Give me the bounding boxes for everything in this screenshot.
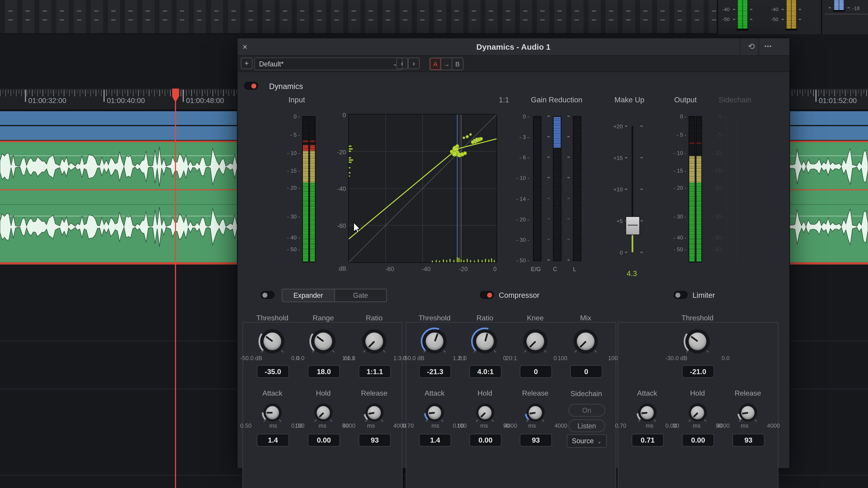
limiter-attack-knob[interactable] — [638, 403, 656, 422]
compressor-mix-knob[interactable] — [574, 329, 598, 354]
compressor-release-knob[interactable] — [526, 403, 545, 422]
graph-x-tick-label: 0 — [493, 266, 497, 272]
compressor-release-value[interactable]: 93 — [520, 434, 552, 447]
sidechain-on-button[interactable]: On — [568, 404, 605, 417]
plugin-titlebar[interactable]: × Dynamics - Audio 1 ⟲ ••• — [238, 38, 789, 56]
expander-range-value[interactable]: 18.0 — [308, 365, 340, 378]
prev-preset-button[interactable]: ‹ — [396, 58, 408, 69]
fader-tick — [625, 189, 627, 190]
compressor-ratio-knob[interactable] — [473, 329, 497, 354]
fader-tick — [640, 157, 643, 158]
meter-tick — [548, 116, 550, 117]
expander-hold-knob[interactable] — [314, 403, 333, 422]
ab-a-button[interactable]: A — [430, 58, 441, 70]
expander-attack-knob[interactable] — [263, 403, 281, 422]
output-meter-title: Output — [674, 96, 697, 104]
compressor-hold-knob[interactable] — [476, 403, 494, 422]
meter-tick — [567, 136, 569, 137]
compressor-attack-value[interactable]: 1.4 — [419, 434, 451, 447]
compressor-knee-knob[interactable] — [523, 329, 548, 354]
tab-gate[interactable]: Gate — [335, 289, 386, 302]
limiter-release-knob[interactable] — [739, 403, 757, 422]
playhead-line[interactable] — [175, 89, 176, 488]
preset-dropdown[interactable]: Default* ⌄ — [254, 58, 402, 70]
meter-scale-label: - 20 - — [664, 185, 686, 191]
meter-scale-label: - 5 - — [278, 132, 300, 138]
expander-ratio-value[interactable]: 1:1.1 — [359, 365, 391, 378]
expander-ratio-knob[interactable] — [362, 329, 386, 354]
expander-range-knob[interactable] — [311, 329, 336, 354]
meter-scale-label: - 40 - — [664, 234, 686, 240]
meter-scale-label: - 30 - — [278, 214, 300, 220]
limiter-threshold-knob[interactable] — [685, 329, 710, 354]
compressor-threshold-value[interactable]: -21.3 — [419, 365, 451, 378]
compressor-enable-toggle[interactable] — [480, 291, 494, 299]
compressor-mix-value[interactable]: 0 — [570, 365, 602, 378]
expander-release-label: Release — [341, 389, 408, 397]
graph-y-tick-label: -40 — [333, 185, 346, 191]
ab-copy-arrow-button[interactable]: → — [441, 58, 452, 70]
meter-scale-label: 0 - — [278, 113, 300, 120]
compressor-release-range: 50ms4000 — [503, 422, 567, 429]
history-icon[interactable]: ⟲ — [748, 42, 755, 51]
compressor-attack-knob[interactable] — [426, 403, 444, 422]
meter-tick — [567, 219, 569, 219]
expander-hold-value[interactable]: 0.00 — [308, 434, 340, 447]
expander-release-knob[interactable] — [365, 403, 383, 422]
limiter-attack-value[interactable]: 0.71 — [631, 434, 664, 447]
fader-scale-label: +15 — [600, 155, 623, 161]
titlebar-divider — [758, 38, 759, 55]
tab-expander[interactable]: Expander — [282, 289, 335, 302]
sidechain-source-label: Source — [572, 437, 594, 445]
meter-scale-label: - 5 - — [664, 132, 686, 138]
meter-scale-label: - 15 - — [278, 167, 300, 173]
dynamics-enable-toggle[interactable] — [244, 82, 258, 90]
graph-x-tick-label: -40 — [422, 266, 431, 272]
graph-x-tick-label: -20 — [459, 266, 468, 272]
compressor-hold-value[interactable]: 0.00 — [469, 434, 502, 447]
sidechain-listen-button[interactable]: Listen — [568, 419, 605, 432]
ab-b-button[interactable]: B — [452, 58, 463, 70]
dynamics-transfer-graph[interactable] — [348, 114, 497, 263]
limiter-threshold-range: -30.0 dB0.0 — [665, 355, 730, 361]
preset-bar: + Default* ⌄ ‹ › A → B — [238, 56, 789, 72]
expander-gate-tabs: Expander Gate — [282, 289, 387, 302]
expander-threshold-value[interactable]: -35.0 — [257, 365, 289, 378]
sidechain-on-label: On — [582, 406, 591, 414]
expander-release-value[interactable]: 93 — [359, 434, 391, 447]
makeup-fader-handle[interactable] — [625, 216, 640, 235]
gr-meter-name: L — [573, 266, 576, 272]
meter-tick — [567, 260, 569, 260]
meter-scale-label: - 30 - — [507, 237, 529, 243]
expander-threshold-knob[interactable] — [260, 329, 285, 354]
graph-y-tick-label: -20 — [333, 149, 346, 155]
next-preset-button[interactable]: › — [408, 58, 420, 69]
sidechain-source-dropdown[interactable]: Source ⌄ — [567, 434, 607, 448]
preset-name: Default* — [259, 60, 284, 68]
limiter-hold-value[interactable]: 0.00 — [682, 434, 714, 447]
fader-scale-label: +20 — [600, 123, 623, 129]
limiter-hold-knob[interactable] — [688, 403, 707, 422]
makeup-title: Make Up — [614, 96, 644, 104]
compressor-threshold-knob[interactable] — [423, 329, 447, 354]
expander-enable-toggle[interactable] — [260, 291, 274, 299]
add-preset-button[interactable]: + — [241, 58, 252, 69]
options-menu-icon[interactable]: ••• — [765, 43, 772, 49]
input-meter-title: Input — [288, 96, 305, 104]
limiter-release-label: Release — [715, 389, 781, 397]
meter-tick — [548, 219, 550, 219]
meter-scale-label: - 6 - — [507, 155, 529, 161]
expander-attack-value[interactable]: 1.4 — [257, 434, 289, 447]
limiter-release-value[interactable]: 93 — [733, 434, 765, 447]
meter-scale-label: - 15 - — [664, 167, 686, 173]
fader-scale-label: +10 — [600, 186, 623, 193]
meter-scale-label: - 10 - — [507, 175, 529, 181]
compressor-ratio-value[interactable]: 4.0:1 — [469, 365, 502, 378]
sidechain-meter-title: Sidechain — [719, 96, 751, 104]
meter-tick — [567, 198, 569, 199]
limiter-release-range: 50ms4000 — [716, 422, 780, 429]
limiter-enable-toggle[interactable] — [674, 291, 687, 299]
compressor-mix-range: 0100 — [554, 355, 618, 361]
limiter-threshold-value[interactable]: -21.0 — [682, 365, 714, 378]
compressor-knee-value[interactable]: 0 — [520, 365, 552, 378]
